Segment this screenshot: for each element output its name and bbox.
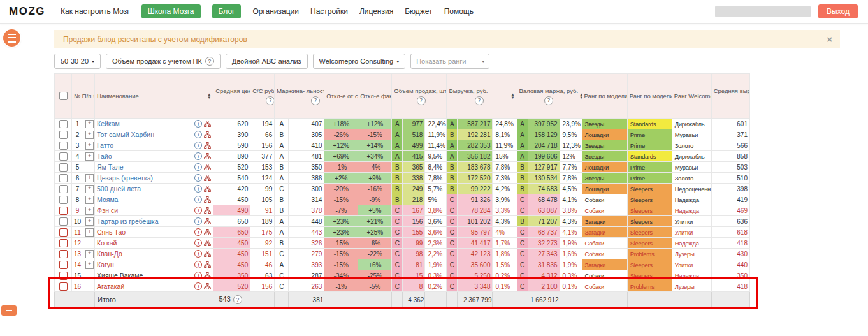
structure-icon[interactable] xyxy=(204,186,211,192)
select-all-checkbox[interactable] xyxy=(59,92,68,100)
column-header-dev_price[interactable]: Откл-е от ср. цены в группе▲▼ xyxy=(324,74,358,119)
dish-name-link[interactable]: Агатакай xyxy=(97,282,124,290)
dish-name-link[interactable]: Гатто xyxy=(97,142,113,149)
dish-name-link[interactable]: Сянь Тао xyxy=(97,228,126,236)
structure-icon[interactable] xyxy=(204,251,211,257)
info-icon[interactable]: i xyxy=(194,152,202,160)
dish-name-link[interactable]: 500 дней лета xyxy=(97,185,141,193)
row-checkbox[interactable] xyxy=(59,131,68,139)
expand-icon[interactable]: + xyxy=(85,228,94,237)
row-checkbox[interactable] xyxy=(59,196,68,204)
info-icon[interactable]: i xyxy=(194,217,202,225)
expand-icon[interactable]: + xyxy=(85,196,94,204)
help-icon[interactable]: ? xyxy=(417,96,426,105)
row-checkbox[interactable] xyxy=(59,261,68,269)
dish-name-link[interactable]: Мояма xyxy=(97,196,118,203)
logout-button[interactable]: Выход xyxy=(818,4,858,18)
structure-icon[interactable] xyxy=(204,153,211,159)
dish-name-link[interactable]: Тартар из гребешка xyxy=(97,217,159,225)
column-header-margin[interactable]: Маржина- льность, руб./шт.?▲▼ xyxy=(275,74,324,119)
nav-button-blog[interactable]: Блог xyxy=(212,4,242,18)
row-checkbox[interactable] xyxy=(59,217,68,226)
structure-icon[interactable] xyxy=(204,283,211,289)
dish-name-link[interactable]: Хияше Вакаме xyxy=(97,272,143,279)
structure-icon[interactable] xyxy=(204,272,211,279)
column-header-volume[interactable]: Объем продаж, шт.?▼ xyxy=(392,74,447,119)
row-checkbox[interactable] xyxy=(59,239,68,247)
dish-name-link[interactable]: Кейкам xyxy=(97,120,120,128)
row-checkbox[interactable] xyxy=(59,174,68,182)
sort-icon[interactable]: ▲▼ xyxy=(207,93,211,99)
column-header-dev_factor[interactable]: Откл-е фактора доход- ности▲▼ xyxy=(358,74,392,119)
column-header-rank_pavesic[interactable]: Ранг по модели Павесика▲▼ xyxy=(627,74,672,119)
nav-button-school[interactable]: Школа Мозга xyxy=(141,4,201,18)
collapse-button[interactable] xyxy=(1,305,17,316)
structure-icon[interactable] xyxy=(204,121,211,127)
info-icon[interactable]: i xyxy=(194,196,202,203)
nav-link-budget[interactable]: Бюджет xyxy=(405,7,432,16)
expand-icon[interactable]: + xyxy=(85,217,94,226)
structure-icon[interactable] xyxy=(204,196,211,203)
structure-icon[interactable] xyxy=(204,218,211,224)
info-icon[interactable]: i xyxy=(194,120,202,128)
help-icon[interactable]: ? xyxy=(544,96,553,105)
column-header-num[interactable]: № П/п▲▼ xyxy=(72,74,95,119)
expand-icon[interactable]: + xyxy=(85,185,94,193)
structure-icon[interactable] xyxy=(204,261,211,268)
column-header-gross[interactable]: Валовая маржа, руб.?▲▼ xyxy=(517,74,582,119)
row-checkbox[interactable] xyxy=(59,163,68,172)
column-header-avg_revenue[interactable]: Средняя выручка за шт., руб.?▲▼ xyxy=(711,74,749,119)
nav-link-organizations[interactable]: Организации xyxy=(252,7,299,16)
structure-icon[interactable] xyxy=(204,229,211,235)
row-checkbox[interactable] xyxy=(59,142,68,150)
company-dropdown[interactable]: Welcomepro Consulting ▾ xyxy=(313,54,406,69)
expand-icon[interactable]: + xyxy=(85,250,94,258)
row-checkbox[interactable] xyxy=(59,152,68,161)
preset-dropdown[interactable]: 50-30-20 ▾ xyxy=(54,54,101,69)
nav-link-license[interactable]: Лицензия xyxy=(359,7,393,16)
structure-icon[interactable] xyxy=(204,240,211,246)
expand-icon[interactable]: + xyxy=(85,142,94,150)
info-icon[interactable]: i xyxy=(194,261,202,268)
info-icon[interactable]: i xyxy=(194,228,202,236)
nav-link-help[interactable]: Помощь xyxy=(444,7,474,16)
info-icon[interactable]: i xyxy=(194,142,202,149)
dish-name-link[interactable]: Тот самый Харбин xyxy=(97,131,154,138)
structure-icon[interactable] xyxy=(204,142,211,149)
column-header-name[interactable]: Наименование▲▼ xyxy=(95,74,213,119)
column-header-price[interactable]: Средняя цена продажи, руб.?▲▼ xyxy=(213,74,250,119)
structure-icon[interactable] xyxy=(204,164,211,170)
row-checkbox[interactable] xyxy=(59,282,68,291)
help-icon[interactable]: ? xyxy=(205,57,214,66)
info-icon[interactable]: i xyxy=(194,282,202,290)
column-header-revenue[interactable]: Выручка, руб.?▲▼ xyxy=(447,74,517,119)
row-checkbox[interactable] xyxy=(59,207,68,215)
column-header-rank_welcomepro[interactable]: Ранг Welcomepro Consulting▲▼ xyxy=(672,74,711,119)
row-checkbox[interactable] xyxy=(59,120,68,128)
column-header-rank_kasavana[interactable]: Ранг по модели Касавана -Смита▲▼ xyxy=(582,74,627,119)
help-icon[interactable]: ? xyxy=(266,96,275,105)
expand-icon[interactable]: + xyxy=(85,120,94,128)
structure-icon[interactable] xyxy=(204,131,211,138)
expand-icon[interactable]: + xyxy=(85,131,94,139)
abc-analysis-button[interactable]: Двойной АВС-анализ xyxy=(226,54,308,69)
info-icon[interactable]: i xyxy=(194,207,202,214)
expand-icon[interactable]: + xyxy=(85,207,94,215)
info-icon[interactable]: i xyxy=(194,163,202,171)
structure-icon[interactable] xyxy=(204,175,211,181)
show-ranks-select[interactable]: Показать ранги ▾ xyxy=(410,54,489,69)
structure-icon[interactable] xyxy=(204,207,211,214)
info-icon[interactable]: i xyxy=(194,131,202,138)
info-icon[interactable]: i xyxy=(194,185,202,193)
nav-link-settings[interactable]: Настройки xyxy=(310,7,348,16)
row-checkbox[interactable] xyxy=(59,228,68,237)
row-checkbox[interactable] xyxy=(59,185,68,193)
dish-name-link[interactable]: Ко кай xyxy=(97,239,117,247)
expand-icon[interactable]: + xyxy=(85,174,94,182)
row-checkbox[interactable] xyxy=(59,250,68,258)
sort-icon[interactable]: ▲▼ xyxy=(579,93,582,99)
dish-name-link[interactable]: Фэн си xyxy=(97,207,118,214)
expand-icon[interactable]: + xyxy=(85,261,94,269)
help-icon[interactable]: ? xyxy=(311,96,320,105)
dish-name-link[interactable]: Ям Тале xyxy=(97,163,123,171)
